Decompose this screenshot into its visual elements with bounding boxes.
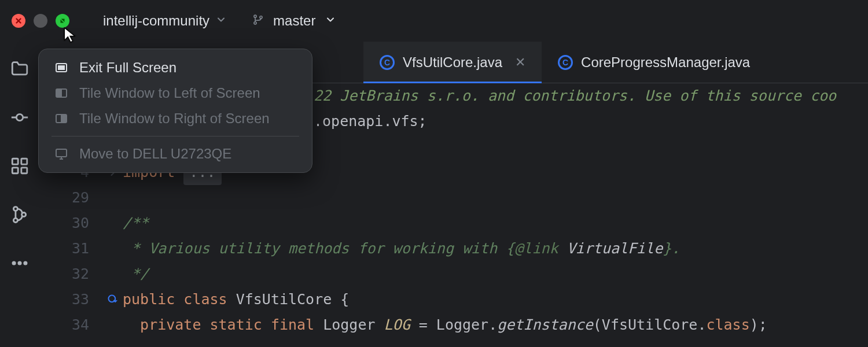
line-number: 34 — [39, 312, 103, 338]
chevron-down-icon — [215, 13, 227, 29]
svg-rect-6 — [12, 168, 18, 174]
code-text: public class VfsUtilCore { — [123, 287, 868, 312]
menu-item-label: Tile Window to Right of Screen — [79, 110, 270, 127]
svg-point-10 — [22, 212, 26, 216]
monitor-icon — [54, 146, 69, 161]
code-text: */ — [123, 261, 868, 287]
svg-point-8 — [13, 207, 17, 211]
fullscreen-exit-icon — [54, 60, 69, 75]
maximize-window-button[interactable] — [56, 14, 69, 28]
menu-item-tile-right: Tile Window to Right of Screen — [43, 106, 307, 131]
svg-point-13 — [24, 261, 27, 265]
menu-item-exit-fullscreen[interactable]: Exit Full Screen — [43, 55, 307, 80]
code-text: /** — [123, 211, 868, 236]
tool-window-bar — [0, 42, 39, 347]
titlebar: intellij-community master — [0, 0, 868, 42]
svg-rect-21 — [56, 149, 67, 157]
menu-item-label: Move to DELL U2723QE — [79, 146, 231, 162]
branch-name: master — [273, 13, 315, 29]
svg-point-12 — [18, 261, 21, 265]
svg-point-11 — [12, 261, 16, 265]
line-number: 30 — [39, 211, 103, 236]
svg-rect-5 — [21, 158, 27, 164]
commit-tool-icon[interactable] — [10, 108, 30, 127]
tile-left-icon — [54, 86, 69, 101]
branch-selector[interactable]: master — [252, 13, 336, 29]
line-number: 31 — [39, 236, 103, 261]
close-tab-icon[interactable]: ✕ — [515, 55, 525, 70]
more-tool-icon[interactable] — [10, 253, 30, 273]
line-number: 32 — [39, 261, 103, 287]
svg-rect-18 — [57, 90, 61, 96]
branch-icon — [252, 13, 264, 29]
editor-tab[interactable]: C VfsUtilCore.java ✕ — [363, 42, 542, 83]
menu-item-move-display: Move to DELL U2723QE — [43, 141, 307, 167]
chevron-down-icon — [325, 13, 336, 29]
java-class-icon: C — [380, 55, 395, 70]
code-text: * Various utility methods for working wi… — [123, 236, 868, 261]
project-tool-icon[interactable] — [10, 59, 30, 79]
menu-item-label: Exit Full Screen — [79, 60, 176, 76]
vcs-tool-icon[interactable] — [10, 205, 30, 224]
line-number: 29 — [39, 185, 103, 211]
menu-separator — [52, 136, 299, 136]
project-name: intellij-community — [103, 13, 209, 29]
menu-item-tile-left: Tile Window to Left of Screen — [43, 80, 307, 106]
tab-label: CoreProgressManager.java — [581, 54, 750, 71]
project-selector[interactable]: intellij-community — [103, 13, 227, 29]
svg-rect-20 — [61, 116, 65, 121]
menu-item-label: Tile Window to Left of Screen — [79, 85, 260, 101]
editor-tab[interactable]: C CoreProgressManager.java — [542, 42, 766, 83]
window-menu-popup: Exit Full Screen Tile Window to Left of … — [38, 49, 312, 173]
line-number: 33 — [39, 287, 103, 312]
mouse-cursor — [62, 27, 79, 46]
svg-point-3 — [16, 114, 23, 120]
implements-gutter-icon[interactable] — [103, 287, 123, 312]
svg-rect-16 — [58, 66, 64, 69]
close-window-button[interactable] — [12, 14, 25, 28]
svg-rect-7 — [21, 168, 27, 174]
structure-tool-icon[interactable] — [10, 156, 30, 176]
java-class-icon: C — [558, 55, 573, 70]
svg-rect-4 — [12, 158, 18, 164]
window-controls — [12, 14, 69, 28]
code-text: private static final Logger LOG = Logger… — [123, 312, 868, 338]
minimize-window-button[interactable] — [34, 14, 47, 28]
svg-point-9 — [13, 218, 17, 222]
tile-right-icon — [54, 111, 69, 126]
tab-label: VfsUtilCore.java — [403, 54, 502, 71]
